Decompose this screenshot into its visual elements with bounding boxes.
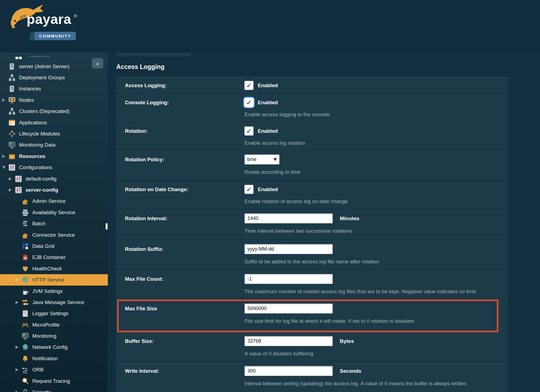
sidebar-item-configurations[interactable]: Configurations xyxy=(0,162,108,173)
sidebar-item-label: Instances xyxy=(19,86,41,92)
community-badge: COMMUNITY xyxy=(34,32,76,40)
server-icon xyxy=(8,85,15,92)
form-row-rotation-interval: Rotation Interval:MinutesTime interval b… xyxy=(116,209,508,240)
write-interval-input[interactable] xyxy=(244,366,333,376)
jar-icon: JAR xyxy=(22,254,29,261)
sidebar-item-applications[interactable]: Applications xyxy=(0,117,108,128)
form-row-rotation-policy: Rotation Policy:timeRotate according to … xyxy=(116,150,508,181)
sidebar-item-label: Batch xyxy=(32,221,46,227)
jms-icon xyxy=(22,299,29,306)
checkbox-label: Enabled xyxy=(258,128,278,134)
rotation-on-date-change-checkbox[interactable]: ✓ xyxy=(244,185,253,194)
field-help-text: Enable access logging to the console xyxy=(244,112,508,118)
lock-icon xyxy=(22,389,29,392)
collapse-arrow-icon[interactable] xyxy=(2,166,5,169)
sidebar-item-monitoring-data[interactable]: Monitoring Data xyxy=(0,140,108,151)
sliders-icon xyxy=(15,186,22,194)
sidebar-item-label: JVM Settings xyxy=(32,288,63,294)
sidebar-item-microprofile[interactable]: MicroProfile xyxy=(0,319,108,330)
sidebar-item-admin-service[interactable]: Admin Service xyxy=(0,196,108,207)
max-file-size-input[interactable] xyxy=(244,304,333,314)
expand-arrow-icon[interactable] xyxy=(15,346,18,349)
sidebar-item-label: Java Message Service xyxy=(32,299,84,305)
sidebar-item-default-config[interactable]: default-config xyxy=(0,173,108,184)
logger-icon xyxy=(22,310,29,317)
sidebar-item-request-tracing[interactable]: Request Tracing xyxy=(0,375,108,387)
select-value: time xyxy=(247,157,256,162)
main-content: Access Logging Access Logging:✓EnabledCo… xyxy=(108,52,540,392)
rotation-policy-select[interactable]: time xyxy=(244,154,280,165)
expand-arrow-icon[interactable] xyxy=(9,188,12,192)
sidebar-item-batch[interactable]: Batch xyxy=(0,218,108,229)
sidebar-scrollbar-thumb[interactable] xyxy=(106,223,108,230)
sidebar-item-logger-settings[interactable]: Logger Settings xyxy=(0,308,108,319)
heart-icon xyxy=(22,265,29,272)
sidebar-item-data-grid[interactable]: Data Grid xyxy=(0,241,108,252)
expand-arrow-icon[interactable] xyxy=(15,301,18,304)
field-label: Write Interval: xyxy=(125,368,244,374)
form-row-max-file-count: Max File Count:The maximum number of rot… xyxy=(116,270,508,299)
sidebar-item-network-config[interactable]: Network Config xyxy=(0,342,108,353)
sidebar-item-notification[interactable]: Notification xyxy=(0,353,108,364)
field-label: Max File Count: xyxy=(125,276,244,282)
field-label: Rotation: xyxy=(125,128,244,134)
sidebar-item-resources[interactable]: Resources xyxy=(0,151,108,162)
expand-arrow-icon[interactable] xyxy=(15,368,18,371)
sidebar: « server (Admin Server)Deployment Groups… xyxy=(0,52,108,392)
checkbox-label: Enabled xyxy=(258,186,278,192)
expand-arrow-icon[interactable] xyxy=(2,155,5,158)
monitor-icon xyxy=(8,141,15,148)
sidebar-item-orb[interactable]: ORB xyxy=(0,364,108,375)
select-dropdown-arrow-icon xyxy=(274,158,277,161)
orb-icon xyxy=(22,366,29,373)
sidebar-item-java-message-service[interactable]: Java Message Service xyxy=(0,297,108,308)
rotation-interval-input[interactable] xyxy=(244,213,333,223)
field-label: Rotation on Date Change: xyxy=(125,186,244,192)
form-row-write-interval: Write Interval:SecondsInterval between w… xyxy=(116,362,508,392)
buffer-size-input[interactable] xyxy=(244,336,333,346)
expand-arrow-icon[interactable] xyxy=(9,177,12,181)
sidebar-item-jvm-settings[interactable]: JVM Settings xyxy=(0,286,108,297)
sidebar-item-http-service[interactable]: HTTP Service xyxy=(0,274,108,285)
sidebar-item-nodes[interactable]: Nodes xyxy=(0,94,108,106)
checkbox-label: Enabled xyxy=(258,100,278,106)
sidebar-item-server-admin-server[interactable]: server (Admin Server) xyxy=(0,61,108,72)
sidebar-item-monitoring[interactable]: Monitoring xyxy=(0,330,108,342)
form-row-rotation: Rotation:✓EnabledEnable access log rotat… xyxy=(116,122,508,150)
sidebar-item-availability-service[interactable]: Availability Service xyxy=(0,207,108,218)
expand-arrow-icon[interactable] xyxy=(2,99,5,102)
magnifier-icon xyxy=(22,378,29,385)
max-file-count-input[interactable] xyxy=(244,274,333,284)
rotation-suffix-input[interactable] xyxy=(244,244,333,254)
field-help-text: A value of 0 disables buffering xyxy=(244,351,508,357)
sidebar-item-deployment-groups[interactable]: Deployment Groups xyxy=(0,72,108,83)
globe-icon xyxy=(22,276,29,283)
rotation-checkbox[interactable]: ✓ xyxy=(244,127,253,135)
sidebar-item-security[interactable]: Security xyxy=(0,387,108,392)
expand-arrow-icon[interactable] xyxy=(15,278,18,282)
access-logging-checkbox[interactable]: ✓ xyxy=(244,81,253,90)
sidebar-item-lifecycle-modules[interactable]: Lifecycle Modules xyxy=(0,128,108,139)
field-label: Max File Size xyxy=(125,306,244,312)
sidebar-item-label: HealthCheck xyxy=(32,266,62,272)
registered-mark: ® xyxy=(74,14,77,18)
field-help-text: Rotate according to time xyxy=(244,169,508,175)
expand-arrow-icon[interactable] xyxy=(15,391,18,392)
sliders-icon xyxy=(15,175,22,182)
sidebar-item-healthcheck[interactable]: HealthCheck xyxy=(0,263,108,274)
sidebar-item-label: Admin Service xyxy=(32,198,66,204)
app-window-icon xyxy=(8,119,15,126)
batch-icon xyxy=(22,220,29,227)
form-row-console-logging: Console Logging:✓EnabledEnable access lo… xyxy=(116,94,508,122)
server-icon xyxy=(8,63,15,70)
sidebar-item-server-config[interactable]: server-config xyxy=(0,184,108,195)
sidebar-item-label: server-config xyxy=(26,187,58,193)
sidebar-item-instances[interactable]: Instances xyxy=(0,83,108,94)
console-logging-checkbox[interactable]: ✓ xyxy=(244,98,253,107)
sidebar-item-ejb-container[interactable]: JAREJB Container xyxy=(0,252,108,263)
sidebar-item-clusters-deprecated[interactable]: Clusters (Deprecated) xyxy=(0,106,108,117)
sidebar-item-connector-service[interactable]: Connector Service xyxy=(0,229,108,241)
field-label: Rotation Suffix: xyxy=(125,246,244,252)
datagrid-icon xyxy=(22,243,29,250)
sidebar-item-label: Configurations xyxy=(19,165,52,170)
